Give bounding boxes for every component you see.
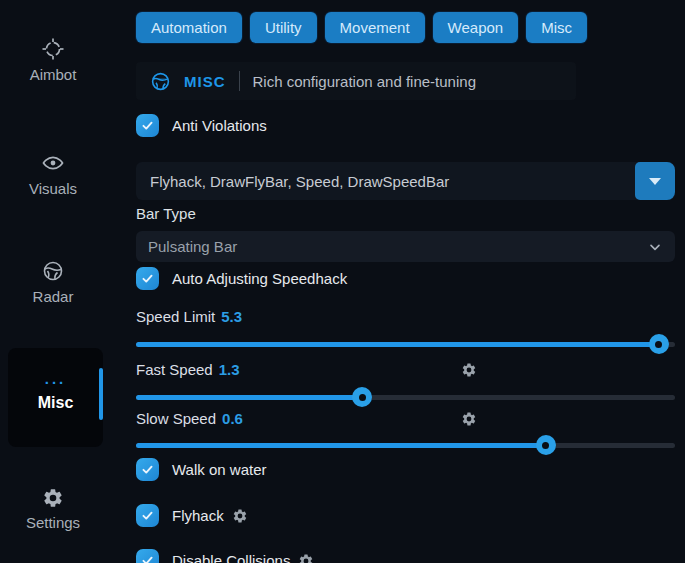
fast-speed-gear-icon[interactable] <box>461 362 477 378</box>
flyhack-gear-icon[interactable] <box>232 508 248 524</box>
auto-adjust-row: Auto Adjusting Speedhack <box>136 267 347 290</box>
slow-speed-value: 0.6 <box>222 410 243 427</box>
speed-limit-value: 5.3 <box>221 308 242 325</box>
sidebar-item-visuals[interactable]: Visuals <box>0 151 106 197</box>
crosshair-icon <box>0 37 106 61</box>
slow-speed-label: Slow Speed0.6 <box>136 410 243 427</box>
fast-speed-label: Fast Speed1.3 <box>136 361 240 378</box>
sidebar-item-label: Visuals <box>0 180 106 197</box>
globe-icon <box>150 71 171 92</box>
check-icon <box>140 118 155 133</box>
walk-on-water-row: Walk on water <box>136 458 266 481</box>
checkbox-label: Auto Adjusting Speedhack <box>172 270 347 287</box>
sidebar-item-label: Misc <box>8 394 103 412</box>
check-icon <box>140 553 155 563</box>
slider-thumb[interactable] <box>649 334 669 354</box>
tab-automation[interactable]: Automation <box>136 12 242 43</box>
tab-utility[interactable]: Utility <box>250 12 317 43</box>
check-icon <box>140 271 155 286</box>
slow-speed-gear-icon[interactable] <box>461 411 477 427</box>
fast-speed-value: 1.3 <box>219 361 240 378</box>
speed-limit-label: Speed Limit5.3 <box>136 308 242 325</box>
triangle-down-icon <box>649 178 661 185</box>
bar-type-label: Bar Type <box>136 205 196 222</box>
chevron-down-icon <box>647 239 663 255</box>
checkbox-label: Disable Collisions <box>172 552 314 563</box>
slider-fill <box>136 342 659 347</box>
disable-collisions-row: Disable Collisions <box>136 549 314 563</box>
gear-icon <box>0 487 106 509</box>
checkbox-label: Walk on water <box>172 461 266 478</box>
sidebar-item-radar[interactable]: Radar <box>0 259 106 305</box>
sidebar-item-label: Radar <box>0 288 106 305</box>
disable-collisions-checkbox[interactable] <box>136 549 159 563</box>
check-icon <box>140 462 155 477</box>
eye-icon <box>0 151 106 175</box>
walk-on-water-checkbox[interactable] <box>136 458 159 481</box>
check-icon <box>140 508 155 523</box>
divider <box>239 71 240 91</box>
section-subtitle: Rich configuration and fine-tuning <box>253 73 476 90</box>
bar-type-value: Pulsating Bar <box>148 238 647 255</box>
checkbox-label: Anti Violations <box>172 117 267 134</box>
ellipsis-icon: ... <box>8 374 103 384</box>
flyhack-checkbox[interactable] <box>136 504 159 527</box>
auto-adjust-checkbox[interactable] <box>136 267 159 290</box>
bar-multiselect-value: Flyhack, DrawFlyBar, Speed, DrawSpeedBar <box>136 173 635 190</box>
sidebar-item-settings[interactable]: Settings <box>0 487 106 531</box>
dropdown-open-button[interactable] <box>635 162 675 200</box>
slider-thumb[interactable] <box>536 435 556 455</box>
anti-violations-checkbox[interactable] <box>136 114 159 137</box>
slider-thumb[interactable] <box>352 387 372 407</box>
sidebar-item-label: Settings <box>0 514 106 531</box>
selected-indicator <box>99 368 103 420</box>
speed-limit-slider[interactable] <box>136 334 675 354</box>
fast-speed-slider[interactable] <box>136 387 675 407</box>
tab-movement[interactable]: Movement <box>325 12 425 43</box>
flyhack-row: Flyhack <box>136 504 248 527</box>
sidebar: Aimbot Visuals Radar ... Misc <box>0 0 130 563</box>
checkbox-label: Flyhack <box>172 507 248 524</box>
tab-weapon[interactable]: Weapon <box>433 12 519 43</box>
slow-speed-slider[interactable] <box>136 435 675 455</box>
slider-fill <box>136 395 362 400</box>
globe-icon <box>0 259 106 283</box>
bar-type-select[interactable]: Pulsating Bar <box>136 231 675 262</box>
slider-fill <box>136 443 546 448</box>
tab-bar: Automation Utility Movement Weapon Misc <box>136 12 587 43</box>
main-panel: Automation Utility Movement Weapon Misc … <box>136 0 675 563</box>
sidebar-item-aimbot[interactable]: Aimbot <box>0 37 106 83</box>
tab-misc[interactable]: Misc <box>526 12 587 43</box>
sidebar-item-misc[interactable]: ... Misc <box>8 348 103 447</box>
disable-collisions-gear-icon[interactable] <box>298 553 314 563</box>
anti-violations-row: Anti Violations <box>136 114 267 137</box>
sidebar-item-label: Aimbot <box>0 66 106 83</box>
bar-multiselect[interactable]: Flyhack, DrawFlyBar, Speed, DrawSpeedBar <box>136 162 675 200</box>
section-header: MISC Rich configuration and fine-tuning <box>136 62 576 100</box>
section-title: MISC <box>184 73 226 90</box>
